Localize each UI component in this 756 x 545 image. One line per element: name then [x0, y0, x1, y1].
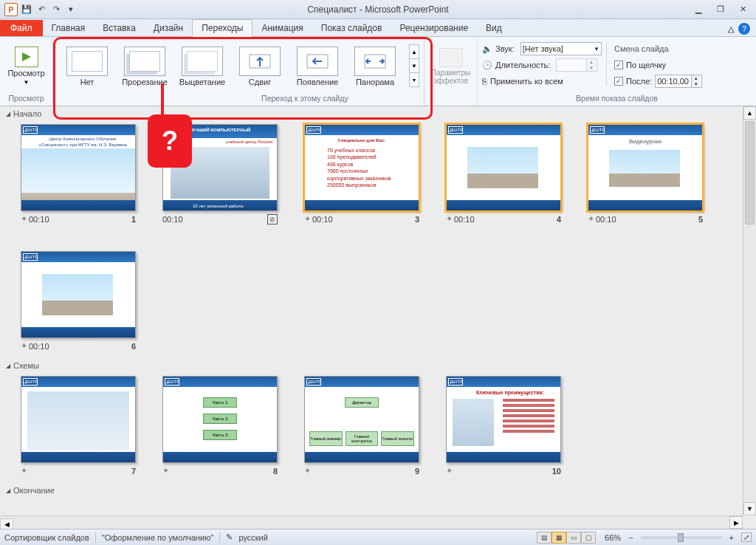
save-icon[interactable]: 💾	[21, 4, 32, 16]
duration-label: Длительность:	[495, 61, 550, 69]
gallery-up-icon[interactable]: ▲	[410, 45, 419, 59]
section-header-3[interactable]: ◢ Окончание	[0, 483, 756, 498]
after-time-field[interactable]: 00:10,00 ▲▼	[655, 75, 702, 88]
transitions-gallery[interactable]: Нет Прорезание Выцветание Сдвиг Появлени…	[58, 40, 405, 90]
status-bar: Сортировщик слайдов "Оформление по умолч…	[0, 529, 756, 545]
transition-fade[interactable]: Выцветание	[176, 44, 229, 89]
tab-view[interactable]: Вид	[477, 20, 511, 36]
preview-button[interactable]: Просмотр ▼	[3, 45, 49, 87]
slide-3[interactable]: ЦЕНТР Специально для Вас: 70 учебных кла…	[304, 124, 419, 224]
clock-icon: 🕒	[482, 61, 492, 70]
slide-5[interactable]: ЦЕНТР Видеоуроки ✦00:105	[588, 124, 703, 224]
view-slideshow-button[interactable]: ▢	[581, 532, 596, 544]
slide-7[interactable]: ЦЕНТР ✦7	[21, 376, 136, 476]
view-sorter-button[interactable]: ▦	[551, 532, 566, 544]
group-preview: Просмотр ▼ Просмотр	[0, 37, 53, 106]
on-click-label: По щелчку	[626, 61, 666, 69]
gallery-more-icon[interactable]: ▾	[410, 73, 419, 86]
speaker-icon: 🔈	[482, 44, 492, 54]
ribbon-minimize-icon[interactable]: △	[728, 24, 734, 34]
status-lang: русский	[238, 533, 267, 542]
scroll-right-icon[interactable]: ▶	[729, 516, 743, 529]
transition-cut[interactable]: Прорезание	[118, 44, 171, 89]
group-timing: 🔈 Звук: [Нет звука]▼ 🕒 Длительность: ▲▼ …	[478, 37, 756, 106]
collapse-icon: ◢	[6, 363, 10, 369]
animation-icon: ✦	[446, 214, 453, 224]
restore-icon[interactable]: ❐	[715, 4, 726, 16]
animation-icon: ✦	[21, 214, 27, 224]
tab-design[interactable]: Дизайн	[145, 20, 192, 36]
undo-icon[interactable]: ↶	[35, 4, 47, 16]
tab-home[interactable]: Главная	[43, 20, 94, 36]
scroll-thumb[interactable]	[745, 121, 755, 224]
slide-9[interactable]: ЦЕНТР Директор Главный инженер Главный к…	[304, 376, 419, 476]
duration-field: ▲▼	[556, 58, 597, 72]
tab-slideshow[interactable]: Показ слайдов	[312, 20, 391, 36]
gallery-down-icon[interactable]: ▼	[410, 59, 419, 73]
slide-10[interactable]: ЦЕНТР Ключевые преимущества: ✦10	[446, 376, 561, 476]
transition-none[interactable]: Нет	[61, 44, 114, 89]
view-reading-button[interactable]: ▭	[566, 532, 581, 544]
ribbon-tabs: Файл Главная Вставка Дизайн Переходы Ани…	[0, 19, 756, 37]
horizontal-scrollbar[interactable]: ◀ ▶	[0, 515, 743, 529]
window-title: Специалист - Microsoft PowerPoint	[0, 4, 756, 15]
file-tab[interactable]: Файл	[0, 20, 43, 36]
close-icon[interactable]: ✕	[737, 4, 749, 16]
ribbon: Просмотр ▼ Просмотр Нет Прорезание Выцве…	[0, 37, 756, 106]
minimize-icon[interactable]: ▁	[693, 4, 704, 16]
qat-more-icon[interactable]: ▾	[65, 4, 77, 16]
section-header-2[interactable]: ◢ Схемы	[0, 358, 756, 373]
transition-wipe[interactable]: Появление	[291, 44, 344, 89]
help-icon[interactable]: ?	[738, 23, 750, 35]
zoom-in-button[interactable]: +	[729, 533, 734, 542]
apply-all-icon: ⎘	[482, 77, 487, 86]
animation-icon: ✦	[162, 466, 169, 476]
scroll-left-icon[interactable]: ◀	[0, 518, 13, 529]
spellcheck-icon[interactable]: ✎	[226, 532, 233, 542]
transition-split[interactable]: Панорама	[348, 44, 402, 89]
animation-icon: ✦	[21, 466, 27, 476]
fit-window-button[interactable]: ⤢	[741, 532, 752, 542]
collapse-icon: ◢	[6, 111, 10, 117]
gallery-scroll[interactable]: ▲ ▼ ▾	[409, 44, 419, 87]
advance-title: Смена слайда	[614, 41, 702, 56]
powerpoint-logo-icon: P	[4, 3, 18, 16]
sound-combo[interactable]: [Нет звука]▼	[520, 42, 602, 55]
vertical-scrollbar[interactable]: ▲ ▼	[743, 106, 756, 515]
slide-8[interactable]: ЦЕНТР Часть 1 Часть 2 Часть 3 ✦8	[162, 376, 278, 476]
tab-animations[interactable]: Анимация	[252, 20, 312, 36]
animation-icon: ✦	[446, 466, 453, 476]
group-transitions: Нет Прорезание Выцветание Сдвиг Появлени…	[53, 37, 425, 106]
slide-6[interactable]: ЦЕНТР ✦00:106	[21, 251, 136, 351]
zoom-value: 66%	[605, 533, 621, 542]
zoom-out-button[interactable]: −	[628, 533, 633, 542]
animation-icon: ✦	[304, 466, 311, 476]
collapse-icon: ◢	[6, 487, 10, 494]
animation-icon: ✦	[588, 214, 594, 224]
redo-icon[interactable]: ↷	[50, 4, 62, 16]
group-effect-options: Параметры эффектов	[425, 37, 478, 106]
highlight-connector	[161, 83, 164, 116]
scroll-up-icon[interactable]: ▲	[743, 106, 756, 120]
window-controls: ▁ ❐ ✕	[693, 4, 756, 16]
highlight-callout: ?	[148, 114, 192, 168]
tab-transitions[interactable]: Переходы	[192, 19, 252, 37]
status-theme: "Оформление по умолчанию"	[102, 533, 214, 542]
slide-1[interactable]: ЦЕНТР Центр Компьютерного Обучения «Спец…	[21, 124, 136, 224]
scroll-down-icon[interactable]: ▼	[743, 502, 756, 515]
on-click-checkbox[interactable]: ✓	[614, 61, 623, 69]
animation-icon: ✦	[304, 214, 311, 224]
after-checkbox[interactable]: ✓	[614, 77, 623, 86]
section-header-1[interactable]: ◢ Начало	[0, 106, 756, 121]
tab-insert[interactable]: Вставка	[94, 20, 145, 36]
slide-sorter: ◢ Начало ЦЕНТР Центр Компьютерного Обуче…	[0, 106, 756, 529]
slide-4[interactable]: ЦЕНТР ✦00:104	[446, 124, 561, 224]
sound-label: Звук:	[495, 44, 515, 53]
status-mode: Сортировщик слайдов	[4, 533, 89, 542]
tab-review[interactable]: Рецензирование	[391, 20, 477, 36]
transition-push[interactable]: Сдвиг	[233, 44, 286, 89]
zoom-slider[interactable]	[641, 536, 722, 539]
apply-all-button[interactable]: ⎘ Применить ко всем	[482, 74, 602, 89]
view-normal-button[interactable]: ▤	[537, 532, 551, 544]
effect-options-button: Параметры эффектов	[427, 47, 475, 86]
